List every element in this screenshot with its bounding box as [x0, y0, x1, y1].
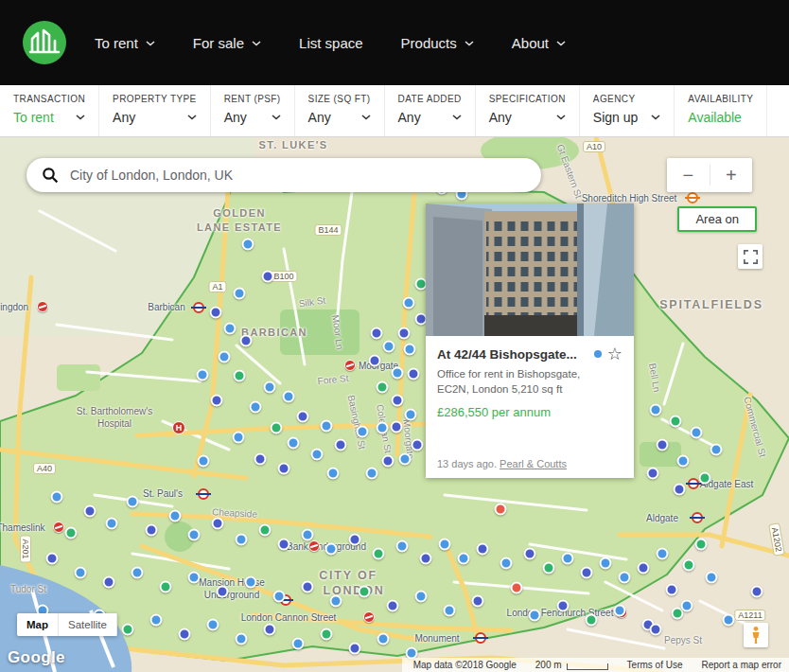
property-marker[interactable] [412, 439, 424, 451]
property-marker[interactable] [751, 586, 763, 598]
property-marker[interactable] [212, 518, 224, 530]
property-marker[interactable] [327, 468, 340, 480]
property-marker[interactable] [245, 576, 257, 589]
property-marker[interactable] [377, 422, 389, 434]
property-marker[interactable] [562, 553, 574, 565]
property-marker[interactable] [150, 614, 163, 627]
property-marker[interactable] [210, 307, 222, 319]
property-marker[interactable] [377, 633, 390, 645]
filter-value[interactable]: Sign up [593, 110, 660, 125]
property-marker[interactable] [666, 584, 678, 596]
location-search-input[interactable] [70, 168, 526, 183]
property-marker[interactable] [357, 426, 369, 438]
property-marker[interactable] [699, 472, 711, 485]
property-marker[interactable] [600, 557, 612, 570]
property-marker[interactable] [392, 367, 404, 380]
property-marker[interactable] [211, 395, 223, 407]
property-marker[interactable] [657, 439, 669, 451]
property-marker[interactable] [321, 420, 333, 433]
property-marker[interactable] [691, 427, 703, 439]
property-marker[interactable] [444, 605, 456, 617]
zoom-in-button[interactable]: + [710, 158, 752, 192]
property-marker[interactable] [477, 543, 489, 556]
property-marker[interactable] [302, 581, 314, 593]
property-marker[interactable] [369, 355, 381, 367]
property-marker[interactable] [325, 543, 338, 556]
realla-logo[interactable] [23, 21, 66, 64]
property-marker[interactable] [106, 518, 118, 530]
property-marker[interactable] [398, 327, 411, 340]
property-marker[interactable] [188, 572, 201, 584]
property-marker[interactable] [179, 628, 191, 641]
property-marker[interactable] [387, 600, 399, 612]
property-marker[interactable] [217, 586, 229, 598]
property-marker[interactable] [405, 409, 417, 421]
property-marker[interactable] [377, 381, 389, 394]
property-marker[interactable] [500, 557, 513, 570]
property-marker[interactable] [234, 370, 246, 382]
property-marker[interactable] [160, 581, 172, 593]
property-marker[interactable] [647, 468, 659, 480]
filter-specification[interactable]: SPECIFICATIONAny [476, 85, 580, 136]
property-marker[interactable] [219, 351, 231, 363]
map-type-map-button[interactable]: Map [17, 613, 59, 636]
property-marker[interactable] [681, 600, 693, 612]
property-marker[interactable] [529, 610, 541, 622]
property-marker[interactable] [283, 391, 295, 403]
property-marker[interactable] [392, 395, 404, 407]
property-marker[interactable] [543, 562, 555, 575]
filter-value[interactable]: To rent [13, 110, 85, 125]
property-marker[interactable] [122, 624, 134, 636]
property-marker[interactable] [297, 411, 309, 423]
property-marker[interactable] [706, 572, 718, 584]
property-marker[interactable] [657, 548, 669, 560]
property-marker[interactable] [262, 271, 274, 283]
filter-value[interactable]: Any [398, 110, 462, 125]
property-marker[interactable] [677, 455, 690, 468]
property-marker[interactable] [65, 527, 78, 539]
favourite-star-icon[interactable]: ☆ [607, 345, 622, 363]
nav-item-list-space[interactable]: List space [299, 35, 363, 51]
property-marker[interactable] [723, 614, 735, 627]
property-marker[interactable] [683, 559, 695, 572]
report-map-error-link[interactable]: Report a map error [702, 660, 781, 670]
property-marker[interactable] [198, 455, 210, 468]
property-marker[interactable] [236, 534, 248, 546]
property-marker[interactable] [396, 540, 409, 553]
filter-agency[interactable]: AGENCYSign up [580, 85, 675, 136]
property-marker[interactable] [619, 572, 631, 584]
property-marker[interactable] [404, 344, 416, 356]
filter-availability[interactable]: AVAILABILITYAvailable [675, 85, 767, 136]
property-marker[interactable] [638, 562, 650, 575]
terms-of-use-link[interactable]: Terms of Use [627, 660, 683, 670]
property-marker[interactable] [224, 323, 237, 335]
property-marker[interactable] [188, 529, 201, 541]
property-marker[interactable] [311, 449, 324, 461]
property-marker[interactable] [472, 595, 484, 608]
property-marker[interactable] [650, 624, 662, 636]
property-marker[interactable] [650, 404, 662, 416]
property-marker[interactable] [383, 341, 395, 353]
property-marker[interactable] [359, 586, 371, 598]
map-container[interactable]: ST. LUKE'SGOLDENLANE ESTATEBARBICANSPITA… [0, 137, 789, 672]
property-marker[interactable] [259, 524, 272, 537]
filter-value[interactable]: Any [224, 110, 281, 125]
property-marker[interactable] [302, 529, 314, 541]
property-marker[interactable] [288, 437, 300, 450]
property-marker[interactable] [382, 455, 394, 468]
property-marker[interactable] [495, 504, 507, 516]
property-marker[interactable] [264, 624, 276, 636]
filter-size-sq-ft[interactable]: SIZE (SQ FT)Any [295, 85, 385, 136]
property-marker[interactable] [169, 510, 182, 522]
map-type-satellite-button[interactable]: Satellite [59, 613, 117, 636]
property-marker[interactable] [335, 439, 347, 451]
zoom-out-button[interactable]: − [667, 158, 710, 192]
fullscreen-button[interactable] [738, 244, 763, 269]
property-marker[interactable] [349, 643, 361, 655]
property-marker[interactable] [403, 297, 415, 309]
property-marker[interactable] [366, 468, 378, 480]
property-marker[interactable] [415, 591, 428, 603]
property-marker[interactable] [242, 239, 254, 251]
filter-property-type[interactable]: PROPERTY TYPEAny [99, 85, 211, 136]
property-marker[interactable] [254, 453, 267, 466]
